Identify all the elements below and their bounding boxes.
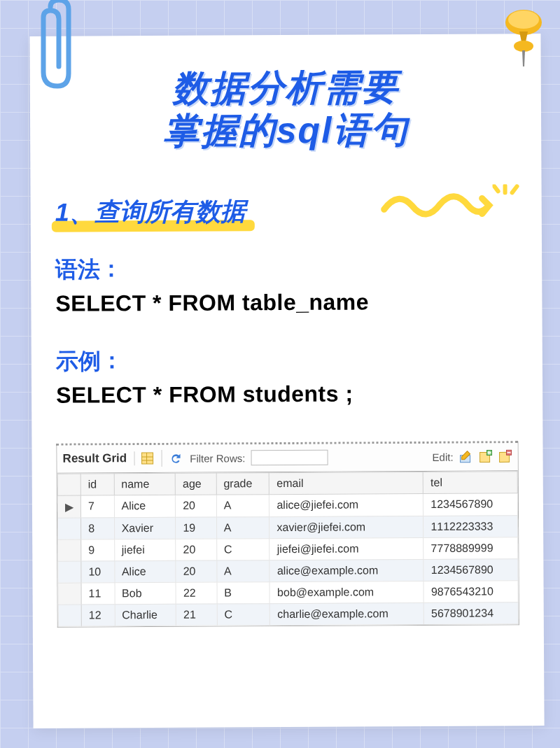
table-row[interactable]: 9jiefei20Cjiefei@jiefei.com7778889999 <box>58 537 518 560</box>
table-row[interactable]: 11Bob22Bbob@example.com9876543210 <box>58 580 518 604</box>
section-heading: 1、查询所有数据 <box>55 195 246 230</box>
cell-age: 20 <box>176 539 217 560</box>
cell-id: 10 <box>81 561 115 583</box>
grid-icon[interactable] <box>140 451 154 465</box>
cell-email: alice@example.com <box>270 559 424 581</box>
svg-point-2 <box>514 41 533 52</box>
cell-name: Bob <box>115 582 176 604</box>
cell-name: Charlie <box>115 604 176 626</box>
table-header-row: id name age grade email tel <box>57 471 517 495</box>
cell-age: 20 <box>176 560 217 582</box>
col-id: id <box>80 474 114 495</box>
cell-name: Alice <box>114 495 176 517</box>
cell-name: Alice <box>114 560 176 582</box>
edit-icon[interactable] <box>459 450 473 464</box>
cell-grade: C <box>216 538 270 560</box>
title-line-2: 掌握的sql语句 <box>55 108 517 154</box>
cell-tel: 5678901234 <box>424 602 518 624</box>
row-pointer <box>58 583 81 605</box>
result-grid-label: Result Grid <box>63 451 135 466</box>
cell-tel: 1112223333 <box>424 515 518 537</box>
lines-decoration <box>493 184 521 219</box>
results-table: id name age grade email tel ▶7Alice20Aal… <box>57 471 519 626</box>
cell-tel: 7778889999 <box>424 537 518 559</box>
cell-grade: A <box>216 494 270 516</box>
table-row[interactable]: 8Xavier19Axavier@jiefei.com1112223333 <box>58 515 518 539</box>
cell-grade: A <box>217 560 270 581</box>
syntax-label: 语法： <box>55 252 517 285</box>
cell-tel: 1234567890 <box>424 558 518 581</box>
table-row[interactable]: ▶7Alice20Aalice@jiefei.com1234567890 <box>57 493 517 517</box>
col-name: name <box>114 473 176 495</box>
edit-label: Edit: <box>433 451 454 463</box>
example-code: SELECT * FROM students ; <box>56 380 518 408</box>
table-row[interactable]: 10Alice20Aalice@example.com1234567890 <box>58 558 518 582</box>
filter-rows-label: Filter Rows: <box>190 452 245 464</box>
cell-id: 9 <box>81 539 115 561</box>
col-tel: tel <box>423 471 517 493</box>
cell-id: 8 <box>81 518 115 539</box>
cell-email: bob@example.com <box>270 581 424 603</box>
cell-email: alice@jiefei.com <box>270 493 424 516</box>
col-email: email <box>270 472 424 494</box>
cell-tel: 9876543210 <box>424 580 518 602</box>
row-pointer <box>58 561 81 583</box>
cell-age: 22 <box>176 582 217 604</box>
row-pointer: ▶ <box>57 495 80 518</box>
title-line-1: 数据分析需要 <box>55 65 517 111</box>
svg-rect-3 <box>141 453 153 464</box>
cell-id: 7 <box>80 495 114 518</box>
table-row[interactable]: 12Charlie21Ccharlie@example.com567890123… <box>58 602 518 626</box>
cell-name: Xavier <box>114 517 176 539</box>
cell-email: jiefei@jiefei.com <box>270 537 424 560</box>
cell-grade: B <box>217 581 270 603</box>
row-pointer <box>58 518 81 539</box>
cell-name: jiefei <box>114 539 176 560</box>
row-pointer <box>58 605 81 626</box>
syntax-code: SELECT * FROM table_name <box>55 288 517 316</box>
cell-id: 11 <box>81 583 115 605</box>
content-card: 数据分析需要 掌握的sql语句 1、查询所有数据 语法： SELECT * FR… <box>29 34 544 728</box>
row-pointer-header <box>57 474 80 495</box>
cell-age: 20 <box>176 495 217 517</box>
add-row-icon[interactable] <box>479 450 493 464</box>
cell-email: xavier@jiefei.com <box>270 516 424 538</box>
cell-age: 19 <box>176 517 217 539</box>
col-age: age <box>175 473 216 495</box>
delete-row-icon[interactable] <box>498 450 512 464</box>
cell-grade: A <box>216 516 270 538</box>
cell-tel: 1234567890 <box>424 493 518 516</box>
paperclip-icon <box>29 0 85 94</box>
cell-email: charlie@example.com <box>270 602 424 625</box>
row-pointer <box>58 539 81 561</box>
result-grid-panel: Result Grid Filter Rows: Edit: id name a… <box>56 441 519 627</box>
col-grade: grade <box>216 472 270 494</box>
cell-age: 21 <box>176 604 217 626</box>
squiggle-decoration <box>377 184 503 223</box>
cell-grade: C <box>217 603 270 625</box>
example-label: 示例： <box>56 344 518 376</box>
page-title: 数据分析需要 掌握的sql语句 <box>55 65 517 153</box>
svg-point-1 <box>508 10 539 29</box>
pushpin-icon <box>497 7 550 70</box>
result-toolbar: Result Grid Filter Rows: Edit: <box>57 443 517 473</box>
refresh-icon[interactable] <box>169 451 183 465</box>
filter-input[interactable] <box>251 450 328 466</box>
cell-id: 12 <box>81 605 115 626</box>
